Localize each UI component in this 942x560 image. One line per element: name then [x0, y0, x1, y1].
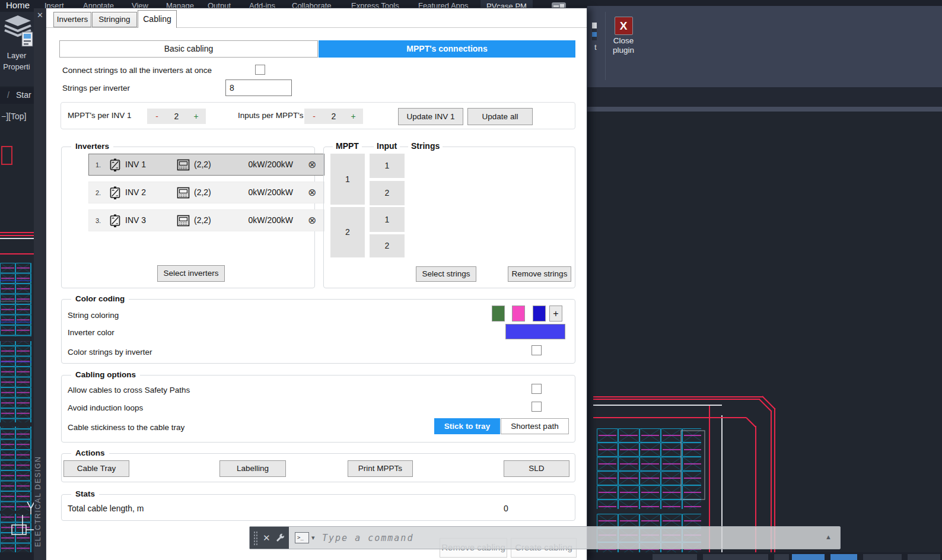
ribbon-left-panel: Layer Properti: [0, 12, 34, 86]
mppt-cell-1[interactable]: 1: [330, 154, 365, 205]
actions-legend: Actions: [71, 448, 109, 457]
palette-close-icon[interactable]: ✕: [34, 11, 46, 20]
labelling-button[interactable]: Labelling: [219, 460, 286, 477]
command-line-bar[interactable]: ✕ >_ ▾ ▲: [249, 526, 841, 549]
viewport-control-label[interactable]: −][Top]: [1, 112, 26, 121]
mppt1-input-1[interactable]: 1: [370, 154, 405, 178]
status-segment-active[interactable]: [830, 554, 857, 560]
stick-to-tray-button[interactable]: Stick to tray: [434, 418, 500, 434]
connect-all-checkbox[interactable]: [255, 65, 265, 75]
basic-cabling-button[interactable]: Basic cabling: [59, 40, 318, 58]
mppt1-input-2[interactable]: 2: [370, 181, 405, 205]
command-expand-icon[interactable]: ▲: [825, 533, 832, 540]
actions-group: Actions Cable Tray Labelling Print MPPTs…: [61, 453, 575, 482]
remove-inverter-icon[interactable]: ⊗: [308, 158, 316, 171]
layer-properties-label2: Properti: [0, 62, 34, 71]
cad-boundary-line: [593, 399, 760, 400]
shortest-path-button[interactable]: Shortest path: [501, 418, 569, 434]
mppt2-input-2[interactable]: 2: [370, 234, 405, 257]
inputs-minus-button[interactable]: -: [304, 109, 324, 124]
inverter-icon: [109, 214, 121, 228]
string-color-swatch-3[interactable]: [533, 306, 546, 322]
connect-all-label: Connect strings to all the inverters at …: [62, 66, 212, 75]
strings-per-inverter-label: Strings per inverter: [62, 84, 130, 93]
remove-inverter-icon[interactable]: ⊗: [308, 186, 316, 199]
inverter-row-3[interactable]: 3. INV 3 (2,2) 0kW/200kW ⊗: [88, 209, 324, 231]
remove-inverter-icon[interactable]: ⊗: [308, 214, 316, 227]
tab-inverters[interactable]: Inverters: [53, 12, 91, 27]
update-all-button[interactable]: Update all: [467, 108, 533, 125]
add-string-color-button[interactable]: +: [549, 306, 562, 322]
total-cable-length-label: Total cable length, m: [68, 504, 144, 513]
drag-grip-icon[interactable]: [253, 531, 258, 545]
cad-fence-line: [0, 238, 34, 239]
color-by-inverter-checkbox[interactable]: [532, 345, 542, 355]
tab-stringing-label: Stringing: [98, 15, 130, 24]
cad-boundary-line: [593, 396, 763, 397]
command-input[interactable]: [322, 530, 571, 546]
inverter-row-1[interactable]: 1. INV 1 (2,2) 0kW/200kW ⊗: [88, 154, 324, 176]
device-icon: [177, 215, 190, 227]
inverter-power: 0kW/200kW: [236, 215, 293, 225]
status-segment[interactable]: [703, 554, 768, 560]
close-plugin-button[interactable]: X Close plugin: [604, 17, 643, 56]
inverter-power: 0kW/200kW: [236, 187, 293, 197]
start-tab[interactable]: Star: [16, 90, 31, 100]
status-segment[interactable]: [908, 554, 940, 560]
remove-strings-button[interactable]: Remove strings: [508, 266, 571, 282]
select-strings-button[interactable]: Select strings: [416, 266, 476, 282]
select-inverters-button[interactable]: Select inverters: [157, 265, 225, 282]
mppt-column-header: MPPT: [333, 141, 362, 151]
cad-boundary-line: [0, 253, 34, 254]
mppt-minus-button[interactable]: -: [147, 109, 167, 124]
inverter-index: 2.: [96, 189, 101, 196]
partial-ribbon-icon: [592, 23, 597, 40]
menu-home[interactable]: Home: [6, 0, 30, 10]
sld-button[interactable]: SLD: [504, 460, 569, 477]
command-dropdown-icon[interactable]: ▾: [311, 534, 315, 542]
mppt2-input-1[interactable]: 1: [370, 207, 405, 232]
strings-per-inverter-input[interactable]: [225, 79, 292, 96]
string-color-swatch-1[interactable]: [492, 306, 505, 322]
close-plugin-x-icon[interactable]: X: [615, 17, 633, 35]
layer-properties-icon[interactable]: [2, 13, 34, 50]
cross-safety-label: Allow cables to cross Safety Paths: [68, 386, 190, 394]
inverter-color-label: Inverter color: [68, 328, 114, 337]
tab-cabling[interactable]: Cabling: [138, 10, 177, 28]
status-segment[interactable]: [774, 554, 789, 560]
update-inv-button[interactable]: Update INV 1: [398, 108, 463, 125]
command-close-icon[interactable]: ✕: [263, 533, 270, 543]
tab-stringing[interactable]: Stringing: [92, 12, 137, 27]
palette-title-bar: ✕ ELECTRICAL DESIGN: [34, 8, 46, 560]
ribbon-lower-strip: [587, 87, 942, 107]
partial-ribbon-label: t: [594, 43, 597, 52]
cross-safety-checkbox[interactable]: [532, 384, 542, 394]
mppt-per-inv-stepper: - 2 +: [147, 109, 206, 124]
inverter-config: (2,2): [194, 215, 211, 225]
avoid-loops-checkbox[interactable]: [532, 402, 542, 412]
mppt-connections-button[interactable]: MPPT's connections: [319, 40, 575, 58]
mppt-cell-2[interactable]: 2: [330, 207, 365, 257]
tab-cabling-label: Cabling: [143, 14, 171, 24]
close-plugin-label2: plugin: [604, 44, 643, 56]
command-prompt-icon[interactable]: >_: [295, 532, 309, 543]
cad-red-rectangle: [1, 146, 12, 165]
cable-tray-button[interactable]: Cable Tray: [63, 460, 129, 477]
inverters-group: Inverters 1. INV 1 (2,2): [61, 147, 315, 288]
strings-column-header: Strings: [408, 141, 443, 151]
customize-wrench-icon[interactable]: [275, 533, 285, 543]
inputs-plus-button[interactable]: +: [343, 109, 363, 124]
status-segment[interactable]: [653, 554, 697, 560]
status-segment-active[interactable]: [792, 554, 825, 560]
mppt-plus-button[interactable]: +: [186, 109, 206, 124]
status-segment[interactable]: [863, 554, 902, 560]
inputs-per-mppt-label: Inputs per MPPT's: [238, 111, 304, 120]
string-color-swatch-2[interactable]: [512, 306, 525, 322]
print-mppts-button[interactable]: Print MPPTs: [348, 460, 413, 477]
inverter-color-swatch[interactable]: [505, 324, 565, 339]
device-icon: [177, 159, 190, 171]
tab-inverters-label: Inverters: [57, 15, 88, 24]
inverter-row-2[interactable]: 2. INV 2 (2,2) 0kW/200kW ⊗: [88, 182, 324, 203]
command-bar-handle[interactable]: ✕: [250, 527, 289, 549]
ribbon-right-panel: t X Close plugin: [587, 6, 942, 87]
